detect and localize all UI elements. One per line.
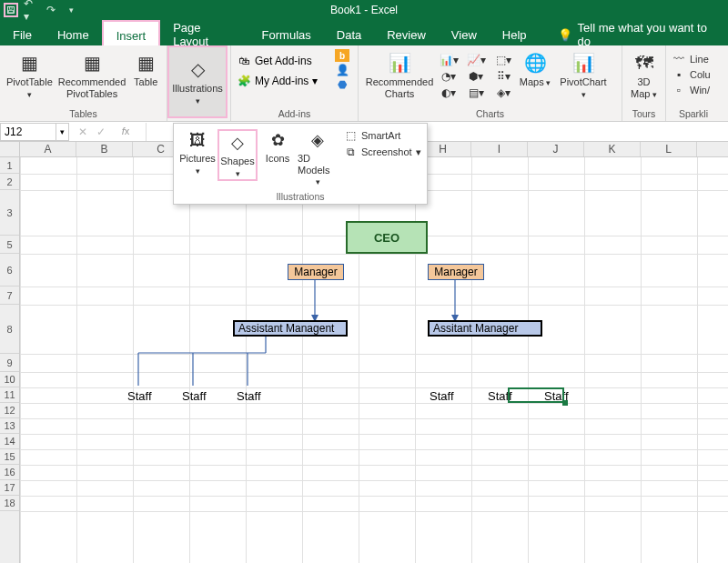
3dmap-icon: 🗺 <box>632 51 657 75</box>
column-chart-icon[interactable]: 📊▾ <box>439 53 459 67</box>
group-charts: 📊Recommended Charts 📊▾ 📈▾ ⬚▾ ◔▾ ⬢▾ ⠿▾ ◐▾… <box>359 45 622 121</box>
shape-manager-2[interactable]: Manager <box>428 264 484 280</box>
bing-icon[interactable]: b <box>335 49 349 62</box>
name-box[interactable]: J12 <box>0 123 56 141</box>
tab-view[interactable]: View <box>439 20 490 45</box>
pivot-table-button[interactable]: ▦PivotTable <box>5 49 54 101</box>
save-icon[interactable] <box>4 3 18 17</box>
sparkline-line-button[interactable]: 〰Line <box>672 53 711 65</box>
tours-label: Tours <box>628 108 660 120</box>
pictures-icon: 🖼 <box>186 129 209 151</box>
undo-icon[interactable]: ↶ ▾ <box>24 3 38 17</box>
tab-insert[interactable]: Insert <box>102 20 161 45</box>
table-button[interactable]: ▦Table <box>130 49 161 90</box>
shape-asst-manager-2[interactable]: Assitant Manager <box>428 320 542 337</box>
pivotchart-button[interactable]: 📊PivotChart <box>557 49 610 101</box>
bar-chart-icon[interactable]: ▤▾ <box>466 85 486 100</box>
enter-icon[interactable]: ✓ <box>96 126 106 138</box>
ribbon-tabs: File Home Insert Page Layout Formulas Da… <box>0 20 728 45</box>
smartart-button[interactable]: ⬚SmartArt <box>343 129 421 142</box>
line-chart-icon[interactable]: 📈▾ <box>466 53 486 67</box>
shape-asst-manager-1[interactable]: Assistant Managent <box>233 320 348 337</box>
illustrations-icon: ◇ <box>185 57 210 81</box>
pie-chart-icon[interactable]: ◐▾ <box>439 85 459 100</box>
sparkline-column-button[interactable]: ▪Colu <box>672 68 711 81</box>
charts-label: Charts <box>364 108 616 120</box>
qat-more-icon[interactable]: ▾ <box>64 3 78 17</box>
tab-help[interactable]: Help <box>490 20 540 45</box>
tab-review[interactable]: Review <box>374 20 439 45</box>
group-tables-label: Tables <box>5 108 161 120</box>
recommended-pivot-button[interactable]: ▦Recommended PivotTables <box>57 49 127 101</box>
stat-chart-icon[interactable]: ⬢▾ <box>466 69 486 84</box>
ribbon: ▦PivotTable ▦Recommended PivotTables ▦Ta… <box>0 45 728 122</box>
pictures-button[interactable]: 🖼Pictures▾ <box>177 129 217 176</box>
staff-2[interactable]: Staff <box>182 389 207 403</box>
recommended-charts-button[interactable]: 📊Recommended Charts <box>364 49 435 101</box>
name-box-dropdown[interactable]: ▾ <box>56 123 69 141</box>
smartart-icon: ⬚ <box>343 129 358 142</box>
surface-chart-icon[interactable]: ◈▾ <box>493 85 513 100</box>
tab-formulas[interactable]: Formulas <box>249 20 324 45</box>
shapes-icon: ◇ <box>226 132 249 154</box>
3dmodels-icon: ◈ <box>306 129 329 151</box>
3d-models-button[interactable]: ◈3D Models▾ <box>298 129 338 187</box>
redo-icon[interactable]: ↷ <box>44 3 58 17</box>
fx-icon[interactable]: fx <box>115 126 136 138</box>
sparkline-winloss-button[interactable]: ▫Win/ <box>672 84 711 96</box>
ill-panel-label: Illustrations <box>174 189 427 204</box>
shape-ceo[interactable]: CEO <box>346 221 428 254</box>
spark-line-icon: 〰 <box>672 53 686 65</box>
shapes-button[interactable]: ◇Shapes▾ <box>217 129 258 181</box>
worksheet[interactable]: ABCDEFGHIJKL 12356789101112131415161718 … <box>0 142 728 563</box>
cancel-icon[interactable]: ✕ <box>78 126 87 138</box>
illustrations-button[interactable]: ◇ Illustrations <box>167 45 228 118</box>
tell-me[interactable]: 💡 Tell me what you want to do <box>545 20 728 45</box>
staff-3[interactable]: Staff <box>237 389 261 403</box>
recommended-pivot-icon: ▦ <box>79 51 105 75</box>
spark-col-icon: ▪ <box>672 68 686 81</box>
spark-wl-icon: ▫ <box>672 84 686 96</box>
tab-file[interactable]: File <box>0 20 45 45</box>
group-tables: ▦PivotTable ▦Recommended PivotTables ▦Ta… <box>0 45 167 121</box>
tab-home[interactable]: Home <box>45 20 102 45</box>
3d-map-button[interactable]: 🗺3D Map <box>628 49 660 101</box>
quick-access-toolbar: ↶ ▾ ↷ ▾ <box>0 3 78 17</box>
staff-1[interactable]: Staff <box>127 389 152 403</box>
people-graph-icon[interactable]: 👤 <box>335 64 349 76</box>
my-addins-button[interactable]: 🧩My Add-ins ▾ <box>237 75 318 87</box>
illustrations-dropdown: 🖼Pictures▾ ◇Shapes▾ ✿Icons ◈3D Models▾ ⬚… <box>173 123 428 205</box>
screenshot-button[interactable]: ⧉Screenshot ▾ <box>343 146 421 158</box>
pivotchart-icon: 📊 <box>571 51 596 75</box>
icons-button[interactable]: ✿Icons <box>258 129 298 165</box>
pivottable-icon: ▦ <box>16 51 42 75</box>
addins-label: Add-ins <box>237 108 352 120</box>
scatter-chart-icon[interactable]: ⠿▾ <box>493 69 513 84</box>
combo-chart-icon[interactable]: ⬚▾ <box>493 53 513 67</box>
tab-data[interactable]: Data <box>324 20 374 45</box>
recommended-charts-icon: 📊 <box>387 51 412 75</box>
tell-me-text: Tell me what you want to do <box>578 21 715 48</box>
group-addins: 🛍Get Add-ins 🧩My Add-ins ▾ b 👤 ⬣ Add-ins <box>231 45 359 121</box>
staff-4[interactable]: Staff <box>430 389 454 403</box>
screenshot-icon: ⧉ <box>343 146 358 158</box>
group-illustrations: ◇ Illustrations <box>167 45 231 121</box>
spark-label: Sparkli <box>672 108 715 120</box>
shape-manager-1[interactable]: Manager <box>288 264 344 280</box>
get-addins-button[interactable]: 🛍Get Add-ins <box>237 55 312 67</box>
svg-rect-1 <box>9 7 12 9</box>
visio-icon[interactable]: ⬣ <box>335 78 349 91</box>
cell-selection <box>508 387 564 403</box>
maps-icon: 🌐 <box>522 51 548 75</box>
table-icon: ▦ <box>133 51 158 75</box>
svg-rect-2 <box>9 11 14 13</box>
group-tours: 🗺3D Map Tours <box>622 45 666 121</box>
store-icon: 🛍 <box>237 55 251 67</box>
maps-button[interactable]: 🌐Maps <box>517 49 553 90</box>
tab-page-layout[interactable]: Page Layout <box>160 20 248 45</box>
bulb-icon: 💡 <box>558 28 572 42</box>
chart-type-grid: 📊▾ 📈▾ ⬚▾ ◔▾ ⬢▾ ⠿▾ ◐▾ ▤▾ ◈▾ <box>439 49 513 100</box>
hierarchy-chart-icon[interactable]: ◔▾ <box>439 69 459 84</box>
selection-handle[interactable] <box>562 400 568 406</box>
icons-icon: ✿ <box>266 129 289 151</box>
